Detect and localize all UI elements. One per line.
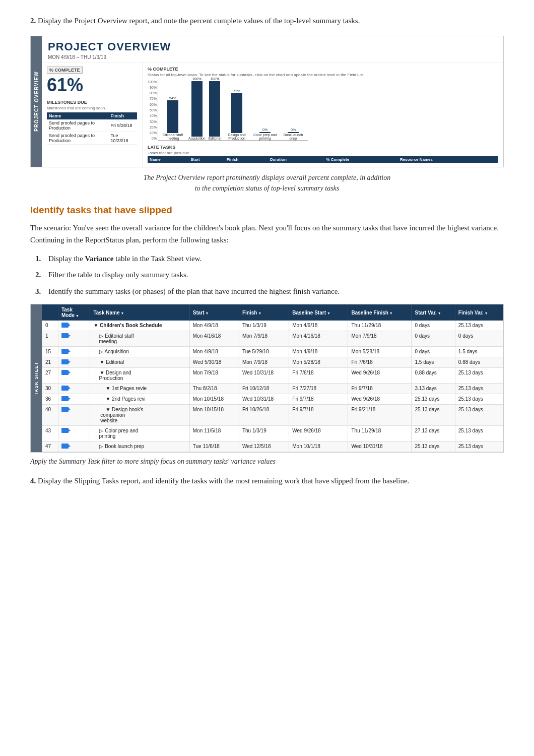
ts-row-name: ▷ Editorial staff meeting xyxy=(90,331,189,347)
ts-row-name: ▼ Children's Book Schedule xyxy=(90,321,189,331)
ts-row-name: ▼ 1st Pages revie xyxy=(90,384,189,394)
po-milestone-finish-2: Tue 10/23/18 xyxy=(108,132,137,144)
po-late-title: LATE TASKS xyxy=(148,145,498,150)
task-sheet-container: TASK SHEET TaskMode Task Name Start Fini… xyxy=(30,304,504,453)
ts-row-start-var: 0 days xyxy=(412,321,455,331)
po-bar-group-5: 0% Color prep and printing xyxy=(252,128,278,140)
ts-row-name: ▷ Color prep and printing xyxy=(90,426,189,442)
ts-row-base-finish: Thu 11/29/18 xyxy=(348,321,412,331)
po-yaxis: 100%90%80%70%60% 50%40%30%20%10%0% xyxy=(148,80,157,141)
ts-row-start-var: 3.13 days xyxy=(412,384,455,394)
ts-row-name: ▷ Acquisition xyxy=(90,347,189,357)
ts-row-id: 27 xyxy=(42,368,58,384)
ts-row-id: 40 xyxy=(42,405,58,426)
ts-row-finish-var: 25.13 days xyxy=(455,405,503,426)
table-row: 30 ▼ 1st Pages revie Thu 8/2/18 Fri 10/1… xyxy=(42,384,503,394)
ts-row-mode xyxy=(58,368,90,384)
caption2: Apply the Summary Task filter to more si… xyxy=(30,458,504,466)
ts-row-start-var: 0.88 days xyxy=(412,368,455,384)
po-bar-group-1: 54% Editorial staff meeting xyxy=(160,96,185,140)
ts-row-finish-var: 0.88 days xyxy=(455,357,503,368)
section-heading: Identify tasks that have slipped xyxy=(30,205,504,216)
th-start-var[interactable]: Start Var. xyxy=(412,305,455,321)
th-baseline-start[interactable]: Baseline Start xyxy=(289,305,348,321)
ts-row-name: ▼ 2nd Pages revi xyxy=(90,394,189,405)
po-bar-2 xyxy=(191,81,203,137)
th-finish-var[interactable]: Finish Var. xyxy=(455,305,503,321)
th-baseline-finish[interactable]: Baseline Finish xyxy=(348,305,412,321)
ts-row-base-finish: Wed 10/31/18 xyxy=(348,442,412,452)
caption1: The Project Overview report prominently … xyxy=(30,172,504,194)
project-overview-main: PROJECT OVERVIEW MON 4/9/18 – THU 1/3/19… xyxy=(42,36,503,167)
ts-row-id: 30 xyxy=(42,384,58,394)
po-late-col-name: Name xyxy=(148,156,188,163)
table-row: 40 ▼ Design book's companion website Mon… xyxy=(42,405,503,426)
ts-row-finish-var: 25.13 days xyxy=(455,394,503,405)
table-row: 36 ▼ 2nd Pages revi Mon 10/15/18 Wed 10/… xyxy=(42,394,503,405)
th-finish[interactable]: Finish xyxy=(239,305,289,321)
ts-row-base-start: Mon 4/9/18 xyxy=(289,347,348,357)
ts-row-base-start: Wed 9/26/18 xyxy=(289,426,348,442)
ts-row-base-start: Fri 7/6/18 xyxy=(289,368,348,384)
po-milestone-row: Send proofed pages to Production Fri 9/2… xyxy=(47,119,137,132)
th-task-name[interactable]: Task Name xyxy=(90,305,189,321)
po-bar-label-5: Color prep and printing xyxy=(252,133,278,140)
ts-row-start: Mon 4/16/18 xyxy=(189,331,239,347)
ts-row-finish: Thu 1/3/19 xyxy=(239,426,289,442)
ts-row-start-var: 0 days xyxy=(412,347,455,357)
ts-row-start-var: 25.13 days xyxy=(412,405,455,426)
ts-row-start: Mon 4/9/18 xyxy=(189,347,239,357)
ts-row-start-var: 27.13 days xyxy=(412,426,455,442)
ts-row-start: Mon 10/15/18 xyxy=(189,394,239,405)
steps-list: 1. Display the Variance table in the Tas… xyxy=(30,253,504,297)
ts-row-base-start: Mon 4/16/18 xyxy=(289,331,348,347)
ts-row-mode xyxy=(58,321,90,331)
th-task-mode[interactable]: TaskMode xyxy=(58,305,90,321)
po-bar-1 xyxy=(167,100,178,133)
ts-row-id: 15 xyxy=(42,347,58,357)
th-start[interactable]: Start xyxy=(189,305,239,321)
step-num-1: 1. xyxy=(35,253,45,265)
ts-row-base-finish: Mon 7/9/18 xyxy=(348,331,412,347)
ts-row-base-start: Fri 9/7/18 xyxy=(289,405,348,426)
step4: 4. Display the Slipping Tasks report, an… xyxy=(30,475,504,487)
ts-row-mode xyxy=(58,426,90,442)
po-bar-label-4: Design and Production xyxy=(224,133,249,140)
po-bar-label-6: Book launch prep xyxy=(281,133,306,140)
po-col-name: Name xyxy=(47,112,108,119)
step4-text: Display the Slipping Tasks report, and i… xyxy=(38,477,409,485)
ts-row-id: 1 xyxy=(42,331,58,347)
ts-row-base-finish: Mon 5/28/18 xyxy=(348,347,412,357)
ts-row-start-var: 0 days xyxy=(412,331,455,347)
po-header: PROJECT OVERVIEW MON 4/9/18 – THU 1/3/19 xyxy=(42,36,503,62)
ts-row-mode xyxy=(58,442,90,452)
po-bar-4 xyxy=(231,93,242,133)
po-milestone-name-1: Send proofed pages to Production xyxy=(47,119,108,132)
po-late-col-finish: Finish xyxy=(225,156,268,163)
step-item-3: 3. Identify the summary tasks (or phases… xyxy=(35,286,504,297)
ts-row-mode xyxy=(58,331,90,347)
ts-row-base-finish: Fri 7/6/18 xyxy=(348,357,412,368)
task-sheet-tab: TASK SHEET xyxy=(31,304,42,452)
ts-row-finish: Wed 10/31/18 xyxy=(239,368,289,384)
ts-header-row: TaskMode Task Name Start Finish Baseline… xyxy=(42,305,503,321)
po-bar-group-3: 100% Editorial xyxy=(209,77,221,140)
project-overview-tab: PROJECT OVERVIEW xyxy=(31,36,42,167)
ts-row-base-start: Mon 5/28/18 xyxy=(289,357,348,368)
ts-row-base-start: Mon 10/1/18 xyxy=(289,442,348,452)
ts-row-mode xyxy=(58,405,90,426)
ts-row-finish: Mon 7/9/18 xyxy=(239,357,289,368)
ts-row-base-finish: Fri 9/7/18 xyxy=(348,384,412,394)
po-pct-value: 61% xyxy=(47,75,137,96)
table-row: 1 ▷ Editorial staff meeting Mon 4/16/18 … xyxy=(42,331,503,347)
ts-row-finish: Thu 1/3/19 xyxy=(239,321,289,331)
po-late-col-pct: % Complete xyxy=(324,156,398,163)
po-bar-3 xyxy=(209,81,220,137)
po-pct-label: % COMPLETE xyxy=(47,67,83,74)
po-bar-label-2: Acquisition xyxy=(188,137,206,140)
ts-row-mode xyxy=(58,394,90,405)
ts-row-base-finish: Thu 11/29/18 xyxy=(348,426,412,442)
ts-row-finish: Tue 5/29/18 xyxy=(239,347,289,357)
step2-text: Display the Project Overview report, and… xyxy=(38,17,360,25)
ts-row-start-var: 1.5 days xyxy=(412,357,455,368)
